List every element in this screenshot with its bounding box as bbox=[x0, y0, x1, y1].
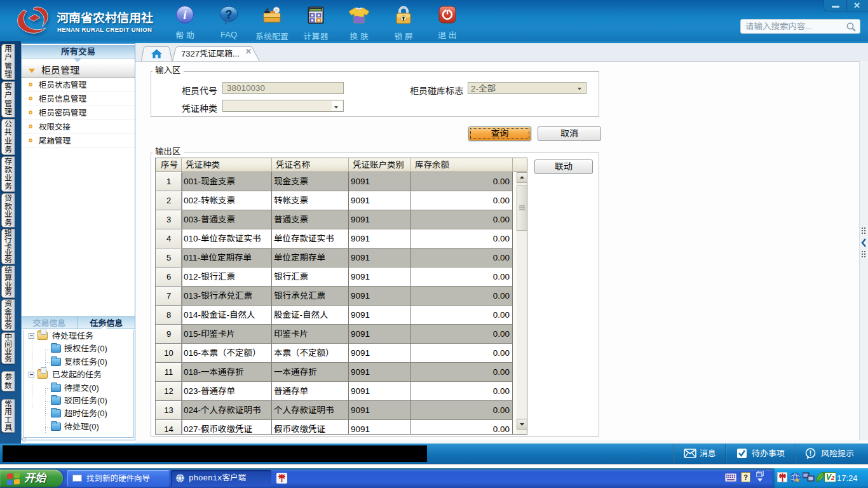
svg-text:?: ? bbox=[226, 8, 233, 21]
svg-text:i: i bbox=[183, 8, 187, 22]
svg-text:!: ! bbox=[810, 450, 811, 457]
